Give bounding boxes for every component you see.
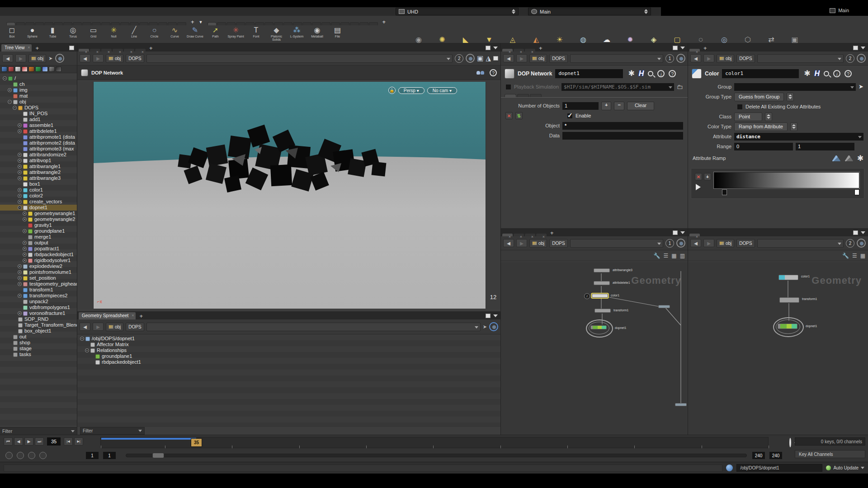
pane-menu-icon[interactable] [861,47,865,49]
shelf-tool[interactable]: ╱ Line [124,25,144,43]
pane-maximize-icon[interactable] [853,46,858,50]
tree-row[interactable]: + groundplane1 [0,228,77,234]
shelf-tool[interactable]: ✎ Draw Curve [185,25,205,43]
tree-row[interactable]: Target_Transform_Blendi [0,322,77,328]
network-node[interactable]: color1 [592,294,608,298]
back-button[interactable]: ◀ [503,54,514,62]
houdini-asset-icon[interactable]: H [639,70,644,78]
sync-badge[interactable]: 2 [846,54,854,63]
network-canvas[interactable]: Geometry color1 transform1 dopnet1 [688,262,868,435]
shelf-tab[interactable] [44,22,53,25]
shelf-tab[interactable] [226,22,236,25]
spreadsheet-row[interactable]: Affector Matrix [77,342,500,347]
shelf-tab[interactable] [283,22,292,25]
parameter-pane-tab[interactable] [525,49,535,52]
radial-menu-icon[interactable] [466,54,475,63]
shelf-tab[interactable] [92,22,101,25]
desktop-dropdown[interactable]: Main [528,8,651,15]
node-filter-icon[interactable] [15,66,21,72]
add-shelf-tab-button-2[interactable]: + [382,19,386,25]
shelf-tab[interactable] [264,22,274,25]
shelf-tab[interactable] [16,22,25,25]
tree-row[interactable]: + pointsfromvolume1 [0,269,77,275]
forward-button[interactable]: ▶ [516,239,527,247]
selected-node-path[interactable]: /obj/DOPS/dopnet1 [736,464,822,472]
context-chip[interactable]: obj [529,239,547,248]
tab-tree-view[interactable]: Tree View [1,44,32,52]
expand-toggle-icon[interactable]: + [8,88,12,92]
ramp-gear-icon[interactable]: ✱ [857,155,863,162]
node-body[interactable] [594,268,610,272]
attribute-field[interactable]: distance [734,133,863,141]
context-chip[interactable]: obj [529,54,547,63]
path-dropdown[interactable] [146,54,453,63]
reorder-instance-icon[interactable]: ⇅ [515,112,523,119]
network-chip[interactable]: DOPS [549,239,567,248]
tree-row[interactable]: unpack2 [0,299,77,305]
network-node[interactable] [658,305,670,308]
tree-row[interactable]: + popattract1 [0,246,77,252]
shelf-tab[interactable] [208,22,217,25]
expand-toggle-icon[interactable]: + [18,129,22,133]
pin-icon[interactable]: ➤ [483,324,487,330]
help-icon[interactable]: ? [669,70,676,77]
tree-row[interactable]: shop [0,340,77,346]
shelf-tab[interactable] [302,22,311,25]
expand-toggle-icon[interactable]: + [23,229,27,233]
tree-row[interactable]: add1 [0,117,77,122]
forward-button[interactable]: ▶ [93,323,104,331]
node-filter-icon[interactable] [28,66,34,72]
shelf-tool[interactable]: ◎ Torus [63,25,83,43]
tree-row[interactable]: + attribwrangle3 [0,175,77,181]
shelf-tab[interactable] [25,22,34,25]
expand-toggle-icon[interactable]: − [80,337,84,341]
ramp-flip-icon[interactable] [844,155,854,162]
network-node[interactable]: transform1 [779,297,799,303]
sync-badge[interactable]: 2 [846,239,854,248]
expand-toggle-icon[interactable]: − [8,100,12,104]
shelf-tab[interactable] [177,22,186,25]
viewport-tab[interactable] [124,49,134,52]
expand-toggle-icon[interactable]: + [23,241,27,245]
tree-row[interactable]: + transformpieces2 [0,293,77,299]
network-chip[interactable]: DOPS [126,323,144,331]
ramp-delete-key-button[interactable]: ✕ [695,173,702,180]
remove-instance-button[interactable]: − [614,102,624,110]
group-type-dropdown[interactable]: Guess from Group [734,93,784,101]
tree-row[interactable]: mat [0,93,77,99]
context-chip[interactable]: obj [717,54,734,63]
network-node[interactable]: dopnet1 [590,325,607,329]
path-dropdown[interactable] [757,54,844,63]
pane-menu-icon[interactable] [493,314,498,317]
gear-icon[interactable]: ✱ [628,70,634,77]
shelf-tool[interactable]: ◻ Box [2,25,22,43]
playbar-toggle-icon[interactable] [28,452,35,459]
pane-menu-icon[interactable] [861,231,865,234]
shelf-tab[interactable] [321,22,330,25]
group-type-spinner[interactable] [787,93,794,101]
shelf-tool[interactable]: ✳ Null [104,25,124,43]
context-chip[interactable]: obj [717,239,734,248]
resolution-dropdown[interactable]: UHD [396,8,519,15]
viewport-3d[interactable]: 🔒 Persp ▾ No cam ▾ ⌐x 12 [77,82,500,309]
expand-toggle-icon[interactable]: + [23,258,27,263]
step-forward-button[interactable]: ▶| [74,437,83,446]
folder-tab[interactable] [505,94,516,97]
shelf-tab[interactable] [6,22,15,25]
forward-button[interactable]: ▶ [703,54,714,62]
wrench-icon[interactable]: 🔧 [654,253,660,259]
class-spinner[interactable] [765,113,772,121]
network-pane-tab[interactable] [525,234,535,236]
folder-tab[interactable] [530,94,542,97]
tree-row[interactable]: + assemble1 [0,122,77,128]
thumbnail-icon[interactable]: ▥ [680,253,685,259]
tab-geometry-spreadsheet[interactable]: Geometry Spreadsheet [79,312,136,319]
tree-row[interactable]: gravity1 [0,222,77,228]
sync-badge[interactable]: 2 [455,54,463,63]
network-pane-tab[interactable] [689,234,700,236]
network-chip[interactable]: DOPS [736,54,755,63]
global-end-field[interactable]: 240 [769,452,782,459]
range-start-field[interactable]: 1 [103,452,116,459]
shelf-tab[interactable] [274,22,283,25]
node-filter-icon[interactable] [56,66,61,72]
